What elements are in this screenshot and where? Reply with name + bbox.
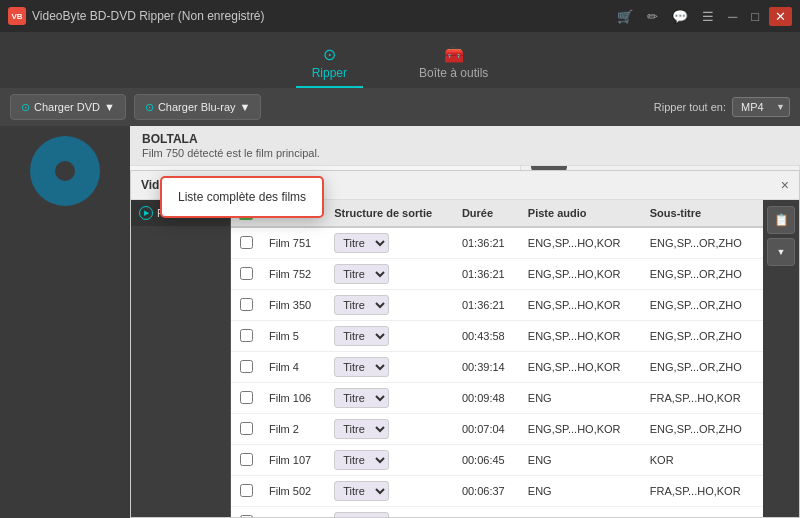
row-structure: Titre Chapitre <box>326 383 454 414</box>
row-checkbox-6[interactable] <box>240 422 253 435</box>
app-title: VideoByte BD-DVD Ripper (Non enregistré) <box>32 9 613 23</box>
bluray-dropdown-icon: ▼ <box>240 101 251 113</box>
row-duree: 01:36:21 <box>454 259 520 290</box>
row-nom: Film 106 <box>261 383 326 414</box>
row-structure: Titre Chapitre <box>326 290 454 321</box>
action-button-dropdown[interactable]: ▼ <box>767 238 795 266</box>
main-area: BOLTALA Film 750 détecté est le film pri… <box>0 126 800 518</box>
row-nom: Film 4 <box>261 352 326 383</box>
action-button-1[interactable]: 📋 <box>767 206 795 234</box>
row-nom: Film 107 <box>261 445 326 476</box>
ripper-tout-label: Ripper tout en: <box>654 101 726 113</box>
minimize-icon[interactable]: ─ <box>724 7 741 26</box>
charger-dvd-button[interactable]: ⊙ Charger DVD ▼ <box>10 94 126 120</box>
row-nom: Film 752 <box>261 259 326 290</box>
charger-bluray-label: Charger Blu-ray <box>158 101 236 113</box>
row-checkbox-5[interactable] <box>240 391 253 404</box>
ripper-tout-en: Ripper tout en: MP4 MKV AVI MOV <box>654 97 790 117</box>
tab-ripper-label: Ripper <box>312 66 347 80</box>
row-checkbox-cell <box>231 476 261 507</box>
structure-select-0[interactable]: Titre Chapitre <box>334 233 389 253</box>
row-duree: 00:09:48 <box>454 383 520 414</box>
row-checkbox-1[interactable] <box>240 267 253 280</box>
row-checkbox-4[interactable] <box>240 360 253 373</box>
right-action-area: 📋 ▼ <box>763 200 799 517</box>
row-duree: 00:06:37 <box>454 476 520 507</box>
header-duree: Durée <box>454 200 520 227</box>
row-duree: 01:36:21 <box>454 290 520 321</box>
row-sous-titre: Indéfini <box>642 507 763 518</box>
cart-icon[interactable]: 🛒 <box>613 7 637 26</box>
row-checkbox-cell <box>231 383 261 414</box>
row-nom: Film 617 <box>261 507 326 518</box>
row-sous-titre: ENG,SP...OR,ZHO <box>642 414 763 445</box>
row-piste-audio: ENG <box>520 476 642 507</box>
row-sous-titre: FRA,SP...HO,KOR <box>642 383 763 414</box>
row-checkbox-7[interactable] <box>240 453 253 466</box>
disc-subtitle: Film 750 détecté est le film principal. <box>142 147 788 159</box>
menu-icon[interactable]: ☰ <box>698 7 718 26</box>
maximize-icon[interactable]: □ <box>747 7 763 26</box>
structure-select-7[interactable]: Titre Chapitre <box>334 450 389 470</box>
table-row: Film 106 Titre Chapitre 00:09:48 ENG FRA… <box>231 383 763 414</box>
row-checkbox-cell <box>231 321 261 352</box>
chat-icon[interactable]: 💬 <box>668 7 692 26</box>
tab-toolbox[interactable]: 🧰 Boîte à outils <box>403 39 504 88</box>
close-icon[interactable]: ✕ <box>769 7 792 26</box>
charger-bluray-button[interactable]: ⊙ Charger Blu-ray ▼ <box>134 94 262 120</box>
row-checkbox-8[interactable] <box>240 484 253 497</box>
row-piste-audio: ENG,SP...HO,KOR <box>520 414 642 445</box>
disc-icon <box>30 136 100 206</box>
structure-select-6[interactable]: Titre Chapitre <box>334 419 389 439</box>
row-sous-titre: KOR <box>642 445 763 476</box>
bluray-icon: ⊙ <box>145 101 154 114</box>
row-duree: 00:39:14 <box>454 352 520 383</box>
structure-select-1[interactable]: Titre Chapitre <box>334 264 389 284</box>
tab-bar: ⊙ Ripper 🧰 Boîte à outils <box>0 32 800 88</box>
table-wrap[interactable]: Nom Structure de sortie Durée Piste audi… <box>231 200 763 517</box>
row-sous-titre: ENG,SP...OR,ZHO <box>642 290 763 321</box>
row-sous-titre: ENG,SP...OR,ZHO <box>642 227 763 259</box>
row-piste-audio: ENG,SP...HO,KOR <box>520 352 642 383</box>
row-checkbox-cell <box>231 259 261 290</box>
structure-select-4[interactable]: Titre Chapitre <box>334 357 389 377</box>
row-checkbox-cell <box>231 445 261 476</box>
app-logo: VB <box>8 7 26 25</box>
liste-complete-button[interactable]: Liste complète des films <box>178 190 306 204</box>
row-structure: Titre Chapitre <box>326 352 454 383</box>
films-table: Nom Structure de sortie Durée Piste audi… <box>231 200 763 517</box>
row-checkbox-0[interactable] <box>240 236 253 249</box>
row-duree: 00:07:04 <box>454 414 520 445</box>
dvd-icon: ⊙ <box>21 101 30 114</box>
row-checkbox-3[interactable] <box>240 329 253 342</box>
row-checkbox-cell <box>231 414 261 445</box>
row-checkbox-2[interactable] <box>240 298 253 311</box>
format-select[interactable]: MP4 MKV AVI MOV <box>732 97 790 117</box>
row-nom: Film 502 <box>261 476 326 507</box>
structure-select-3[interactable]: Titre Chapitre <box>334 326 389 346</box>
row-checkbox-9[interactable] <box>240 515 253 518</box>
format-select-wrap: MP4 MKV AVI MOV <box>732 97 790 117</box>
structure-select-2[interactable]: Titre Chapitre <box>334 295 389 315</box>
row-piste-audio: ENG <box>520 383 642 414</box>
structure-select-8[interactable]: Titre Chapitre <box>334 481 389 501</box>
structure-select-5[interactable]: Titre Chapitre <box>334 388 389 408</box>
content-panel: BOLTALA Film 750 détecté est le film pri… <box>130 126 800 518</box>
row-structure: Titre Chapitre <box>326 321 454 352</box>
row-checkbox-cell <box>231 507 261 518</box>
pencil-icon[interactable]: ✏ <box>643 7 662 26</box>
row-duree: 00:43:58 <box>454 321 520 352</box>
disc-preview-sidebar <box>0 126 130 518</box>
dialog-close-button[interactable]: × <box>781 177 789 193</box>
table-row: Film 502 Titre Chapitre 00:06:37 ENG FRA… <box>231 476 763 507</box>
row-checkbox-cell <box>231 352 261 383</box>
table-row: Film 617 Titre Chapitre 00:05:38 ENG Ind… <box>231 507 763 518</box>
structure-select-9[interactable]: Titre Chapitre <box>334 512 389 517</box>
table-row: Film 5 Titre Chapitre 00:43:58 ENG,SP...… <box>231 321 763 352</box>
row-duree: 00:05:38 <box>454 507 520 518</box>
row-structure: Titre Chapitre <box>326 259 454 290</box>
tab-ripper[interactable]: ⊙ Ripper <box>296 39 363 88</box>
header-sous-titre: Sous-titre <box>642 200 763 227</box>
title-bar: VB VideoByte BD-DVD Ripper (Non enregist… <box>0 0 800 32</box>
row-piste-audio: ENG <box>520 445 642 476</box>
